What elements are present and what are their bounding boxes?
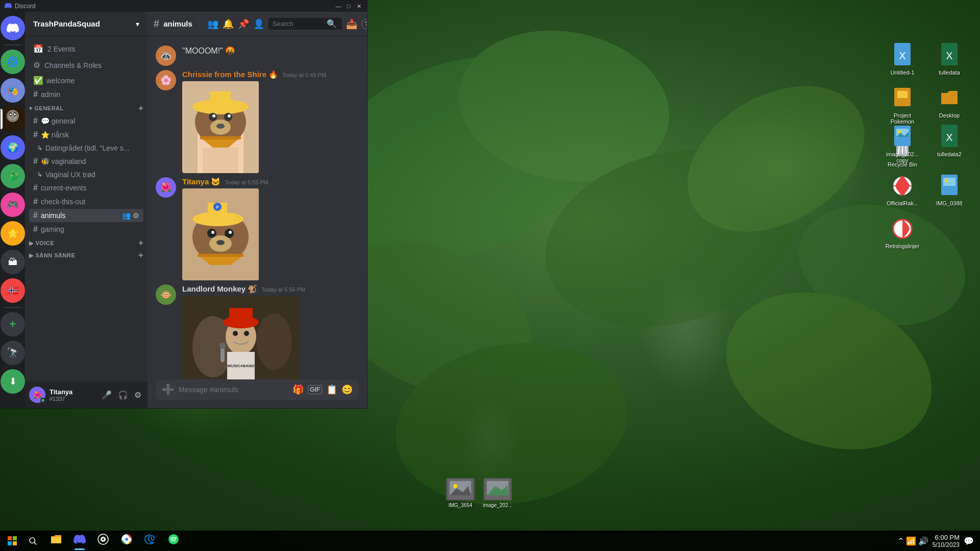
desktop-file-img3654[interactable]: IMG_3654 <box>444 476 477 510</box>
channel-sidebar: TrashPandaSquad ▾ 📅 2 Events ⚙ Channels … <box>25 12 148 408</box>
message-input[interactable] <box>179 386 288 394</box>
explore-servers-button[interactable]: 🔭 <box>1 341 25 365</box>
sticker-icon[interactable]: 📋 <box>326 384 337 395</box>
add-server-button[interactable]: + <box>1 312 25 337</box>
channel-general[interactable]: # 💬 general <box>29 114 143 128</box>
taskbar-clock[interactable]: 6:00 PM 5/10/2023 <box>930 534 962 548</box>
add-channel-icon[interactable]: + <box>138 104 143 113</box>
events-item[interactable]: 📅 2 Events <box>29 41 143 57</box>
desktop-icon-officialrak[interactable]: OfficialRak... <box>882 172 923 208</box>
channels-roles-item[interactable]: ⚙ Channels & Roles <box>29 57 143 73</box>
channel-vaginal-ux[interactable]: ↳ Vaginal UX trød <box>29 169 143 181</box>
taskbar-system-tray[interactable]: ⌃ <box>897 536 904 546</box>
animuls-settings-icon[interactable]: ⚙ <box>133 211 139 220</box>
channel-animuls[interactable]: # animuls 👥 ⚙ <box>29 209 143 222</box>
bell-header-icon[interactable]: 🔔 <box>223 18 234 30</box>
tulledata-icon: X <box>937 43 962 67</box>
deafen-button[interactable]: 🎧 <box>116 388 130 402</box>
msg2-author[interactable]: Chrissie from the Shire 🔥 <box>182 70 278 79</box>
add-voice-channel-icon[interactable]: + <box>138 238 143 248</box>
taskbar-app-steam[interactable] <box>92 531 114 551</box>
add-sann-sanre-icon[interactable]: + <box>138 251 143 260</box>
img3654-label: IMG_3654 <box>449 502 473 508</box>
server-icon-6[interactable]: 🎮 <box>1 193 25 217</box>
add-members-header-icon[interactable]: 👥 <box>207 18 218 30</box>
pin-header-icon[interactable]: 📌 <box>238 18 249 30</box>
minimize-button[interactable]: — <box>334 3 342 10</box>
taskbar-network-icon[interactable]: 📶 <box>906 536 916 546</box>
channel-current-events[interactable]: # current-events <box>29 181 143 195</box>
taskbar-app-edge[interactable] <box>139 531 161 551</box>
channel-list: 📅 2 Events ⚙ Channels & Roles ✅ welcome … <box>25 36 148 381</box>
user-panel: 🌺 Titanya #1337 🎤 🎧 ⚙ <box>25 381 148 408</box>
channel-gaming[interactable]: # gaming <box>29 223 143 236</box>
close-button[interactable]: ✕ <box>355 3 363 10</box>
desktop-icon-pokemon[interactable]: Project Pokemon <box>882 84 923 127</box>
server-icon-trashpanda[interactable] <box>1 107 25 131</box>
desktop-icon-desktop[interactable]: Desktop <box>929 84 970 127</box>
desktop-folder-label: Desktop <box>939 112 960 118</box>
chat-search-input[interactable] <box>273 20 324 28</box>
channel-datingrad[interactable]: ↳ Datingrådet (tidl. "Leve s... <box>29 142 143 154</box>
msg1-avatar: 🦝 <box>156 45 176 66</box>
taskbar-app-explorer[interactable] <box>45 531 67 551</box>
desktop-icon-img0388[interactable]: IMG_0388 <box>929 172 970 208</box>
msg3-author[interactable]: Titanya 🐱 <box>182 177 220 186</box>
channel-admin[interactable]: # admin <box>29 88 143 101</box>
server-icon-2[interactable]: 🎭 <box>1 78 25 103</box>
gif-button[interactable]: GIF <box>308 385 322 394</box>
server-icon-7[interactable]: 🌟 <box>1 221 25 246</box>
desktop-icon-tulledata[interactable]: X tulledata <box>929 41 970 78</box>
desktop-icon-retningslinjer[interactable]: Retningslinjer <box>882 214 923 251</box>
msg4-avatar: 🐵 <box>156 284 176 305</box>
gift-icon[interactable]: 🎁 <box>292 384 304 395</box>
channel-welcome[interactable]: ✅ welcome <box>29 74 143 87</box>
emoji-icon[interactable]: 😊 <box>341 384 353 395</box>
gaming-name: gaming <box>41 225 139 233</box>
channel-norsk[interactable]: # ⭐ nårsk <box>29 128 143 141</box>
maximize-button[interactable]: □ <box>345 3 353 10</box>
server-icon-8[interactable]: 🏔 <box>1 250 25 274</box>
download-apps-button[interactable]: ⬇ <box>1 369 25 394</box>
taskbar-search-button[interactable] <box>22 531 43 551</box>
norsk-hash: # <box>33 130 38 139</box>
category-sann-sanre[interactable]: ▶ SÅNN SÅNRE + <box>25 249 148 261</box>
server-icon-norway[interactable]: 🇳🇴 <box>1 278 25 303</box>
taskbar-app-chrome[interactable] <box>115 531 138 551</box>
desktop-file-image202[interactable]: image_202... <box>481 476 514 510</box>
inbox-icon[interactable]: 📥 <box>346 18 357 30</box>
mute-button[interactable]: 🎤 <box>100 388 114 402</box>
server-icon-1[interactable]: 🌀 <box>1 50 25 74</box>
server-dropdown-icon: ▾ <box>136 20 139 28</box>
desktop-icon-tulledata2[interactable]: X tulledata2 <box>929 123 970 165</box>
message-attach-button[interactable]: ➕ <box>162 384 175 396</box>
channel-vaginaland[interactable]: # 🐝 vaginaland <box>29 155 143 168</box>
category-label: GENERAL <box>35 105 64 111</box>
category-voice[interactable]: ▶ VOICE + <box>25 236 148 249</box>
taskbar-date-display: 5/10/2023 <box>933 541 960 548</box>
svg-text:X: X <box>946 132 952 143</box>
desktop-icon-untitled[interactable]: X Untitled-1 <box>882 41 923 78</box>
chat-search-bar[interactable]: 🔍 <box>268 18 342 30</box>
server-header[interactable]: TrashPandaSquad ▾ <box>25 12 148 36</box>
taskbar-app-spotify[interactable] <box>162 531 185 551</box>
start-button[interactable] <box>2 531 22 551</box>
discord-home-icon[interactable] <box>1 16 25 40</box>
messages-container[interactable]: 🦝 "MOOOM!" 🤬 🌸 Chrissie from the Shire 🔥 <box>148 36 367 379</box>
msg4-author[interactable]: Landlord Monkey 🐒 <box>182 284 257 294</box>
help-icon[interactable]: ? <box>361 19 367 29</box>
taskbar-notification-icon[interactable]: 💬 <box>964 536 974 546</box>
category-general[interactable]: ▾ GENERAL + <box>25 102 148 114</box>
taskbar-right: ⌃ 📶 🔊 6:00 PM 5/10/2023 💬 <box>897 534 978 548</box>
channel-check-this-out[interactable]: # check-this-out <box>29 195 143 208</box>
server-icon-5[interactable]: 🐉 <box>1 164 25 188</box>
desktop-icon-image2022[interactable]: image_202... copy <box>882 123 923 165</box>
svg-point-59 <box>228 114 231 117</box>
user-settings-button[interactable]: ⚙ <box>132 388 143 402</box>
taskbar-volume-icon[interactable]: 🔊 <box>918 536 928 546</box>
animuls-members-icon[interactable]: 👥 <box>122 211 131 220</box>
server-icon-4[interactable]: 🌍 <box>1 135 25 160</box>
friends-header-icon[interactable]: 👤 <box>253 18 264 30</box>
retningslinjer-icon <box>890 217 915 241</box>
taskbar-app-discord[interactable] <box>68 531 91 551</box>
